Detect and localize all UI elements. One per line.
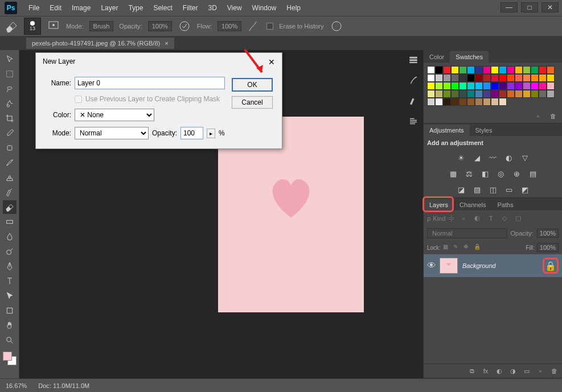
mask-icon[interactable]: ◐ xyxy=(495,366,504,376)
menu-file[interactable]: File xyxy=(24,2,44,14)
swatch[interactable] xyxy=(531,82,539,90)
swatch[interactable] xyxy=(427,66,435,74)
color-select[interactable]: ✕ None xyxy=(75,109,154,121)
delete-layer-icon[interactable]: 🗑 xyxy=(549,366,559,376)
swatch[interactable] xyxy=(499,66,507,74)
swatch[interactable] xyxy=(531,66,539,74)
swatch[interactable] xyxy=(435,66,443,74)
menu-view[interactable]: View xyxy=(223,2,247,14)
swatch[interactable] xyxy=(539,90,547,98)
swatch[interactable] xyxy=(467,82,475,90)
swatch[interactable] xyxy=(523,66,531,74)
healing-tool[interactable] xyxy=(3,141,17,155)
brush-panel-icon[interactable] xyxy=(47,19,60,33)
maximize-button[interactable]: □ xyxy=(521,2,538,13)
levels-icon[interactable]: ◢ xyxy=(471,152,483,163)
swatch[interactable] xyxy=(547,74,555,82)
new-layer-icon[interactable]: ▫ xyxy=(536,366,545,376)
swatch[interactable] xyxy=(483,82,491,90)
swatch[interactable] xyxy=(547,66,555,74)
gradient-tool[interactable] xyxy=(3,215,17,229)
paths-tab[interactable]: Paths xyxy=(492,199,519,211)
filter-pixel-icon[interactable]: ▫ xyxy=(458,213,469,224)
pen-tool[interactable] xyxy=(3,259,17,273)
layer-background[interactable]: 👁 Background 🔒 xyxy=(424,254,562,277)
kind-filter[interactable]: Kind xyxy=(434,213,444,224)
swatch[interactable] xyxy=(467,66,475,74)
swatch[interactable] xyxy=(507,66,515,74)
swatch[interactable] xyxy=(547,82,555,90)
opacity-flyout-icon[interactable]: ▸ xyxy=(207,129,215,138)
swatch[interactable] xyxy=(475,90,483,98)
close-button[interactable]: ✕ xyxy=(542,2,559,13)
swatch[interactable] xyxy=(467,74,475,82)
swatch[interactable] xyxy=(459,98,467,106)
swatch[interactable] xyxy=(531,74,539,82)
styles-tab[interactable]: Styles xyxy=(470,125,498,136)
swatch[interactable] xyxy=(483,98,491,106)
swatch[interactable] xyxy=(539,82,547,90)
erase-history-check[interactable] xyxy=(266,23,273,30)
menu-3d[interactable]: 3D xyxy=(203,2,221,14)
swatch[interactable] xyxy=(475,82,483,90)
channels-tab[interactable]: Channels xyxy=(454,199,491,211)
swatches-tab[interactable]: Swatches xyxy=(450,51,489,63)
swatch[interactable] xyxy=(515,74,523,82)
swatch[interactable] xyxy=(435,74,443,82)
selective-color-icon[interactable]: ◩ xyxy=(519,184,531,195)
opacity-value[interactable]: 100% xyxy=(148,21,172,31)
swatch[interactable] xyxy=(443,74,451,82)
clone-stamp-tool[interactable] xyxy=(3,171,17,184)
swatch[interactable] xyxy=(427,74,435,82)
swatch[interactable] xyxy=(491,90,499,98)
swatch[interactable] xyxy=(483,90,491,98)
swatch[interactable] xyxy=(467,90,475,98)
filter-smart-icon[interactable]: ▢ xyxy=(513,213,523,224)
crop-tool[interactable] xyxy=(3,112,17,125)
layer-thumbnail[interactable] xyxy=(440,258,458,274)
swatch[interactable] xyxy=(491,82,499,90)
move-tool[interactable] xyxy=(3,52,17,66)
swatch[interactable] xyxy=(475,98,483,106)
color-swatches[interactable] xyxy=(3,352,17,365)
swatch[interactable] xyxy=(515,82,523,90)
history-brush-tool[interactable] xyxy=(3,185,17,199)
new-group-icon[interactable]: ▭ xyxy=(522,366,531,376)
lock-position-icon[interactable]: ✥ xyxy=(463,244,471,251)
flow-value[interactable]: 100% xyxy=(218,21,241,31)
eyedropper-tool[interactable] xyxy=(3,126,17,140)
posterize-icon[interactable]: ▨ xyxy=(471,184,483,195)
lock-all-icon[interactable]: 🔒 xyxy=(474,244,482,251)
doc-size[interactable]: Doc: 11.0M/11.0M xyxy=(38,382,89,389)
menu-filter[interactable]: Filter xyxy=(178,2,203,14)
brightness-icon[interactable]: ☀ xyxy=(456,152,467,163)
swatch[interactable] xyxy=(451,66,459,74)
brush-tool[interactable] xyxy=(3,156,17,170)
fill-value[interactable]: 100% xyxy=(537,243,559,252)
tab-close-icon[interactable]: × xyxy=(165,40,168,47)
channel-mixer-icon[interactable]: ⊕ xyxy=(511,168,523,179)
lock-transparency-icon[interactable]: ▦ xyxy=(443,244,451,251)
gradient-map-icon[interactable]: ▭ xyxy=(503,184,515,195)
curves-icon[interactable]: 〰 xyxy=(487,152,499,163)
dlg-opacity-input[interactable] xyxy=(181,127,203,139)
swatch[interactable] xyxy=(451,74,459,82)
dialog-close-icon[interactable]: ✕ xyxy=(268,57,275,67)
mode-select[interactable]: Brush xyxy=(89,21,114,31)
dodge-tool[interactable] xyxy=(3,245,17,258)
swatch[interactable] xyxy=(499,98,507,106)
filter-shape-icon[interactable]: ◇ xyxy=(499,213,510,224)
pressure-size-icon[interactable] xyxy=(330,19,343,33)
adjustments-tab[interactable]: Adjustments xyxy=(424,125,470,136)
quick-select-tool[interactable] xyxy=(3,97,17,110)
link-layers-icon[interactable]: ⧉ xyxy=(467,366,477,376)
pressure-opacity-icon[interactable] xyxy=(178,19,191,33)
swatch[interactable] xyxy=(459,74,467,82)
zoom-tool[interactable] xyxy=(3,333,17,347)
brush-settings-icon[interactable] xyxy=(407,94,420,107)
type-tool[interactable] xyxy=(3,274,17,288)
visibility-icon[interactable]: 👁 xyxy=(427,261,435,271)
paragraph-panel-icon[interactable] xyxy=(407,115,420,127)
swatch[interactable] xyxy=(467,98,475,106)
menu-help[interactable]: Help xyxy=(282,2,305,14)
